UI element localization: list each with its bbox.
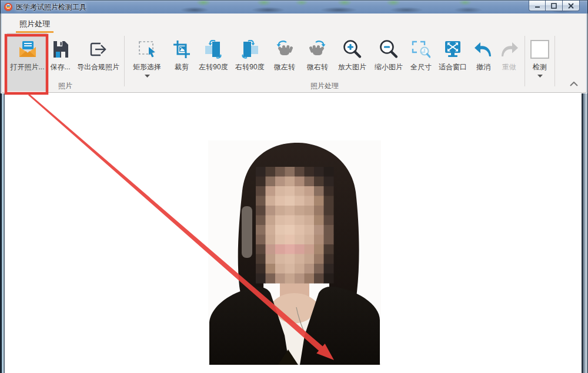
window-title: 医学考试照片检测工具 bbox=[16, 2, 86, 12]
window-frame-right bbox=[581, 93, 587, 373]
button-label: 裁剪 bbox=[175, 62, 189, 72]
app-icon bbox=[4, 3, 12, 11]
undo-button[interactable]: 撤消 bbox=[470, 34, 496, 80]
export-icon bbox=[89, 38, 108, 61]
button-label: 导出合规照片 bbox=[77, 62, 119, 72]
close-button[interactable] bbox=[563, 1, 580, 11]
ribbon-separator bbox=[524, 36, 525, 86]
open-photo-button[interactable]: 打开照片... bbox=[8, 34, 47, 80]
nudge-rotate-right-button[interactable]: 微右转 bbox=[301, 34, 334, 80]
full-size-button[interactable]: 全尺寸 bbox=[407, 34, 435, 80]
group-label-detect bbox=[526, 80, 553, 92]
button-label: 右转90度 bbox=[235, 62, 264, 72]
dropdown-arrow-icon bbox=[145, 75, 150, 78]
rotate-left-90-button[interactable]: 左转90度 bbox=[195, 34, 232, 80]
rect-select-button[interactable]: 矩形选择 bbox=[126, 34, 168, 80]
nudge-rotate-right-icon bbox=[308, 38, 327, 61]
close-icon bbox=[568, 3, 574, 9]
dropdown-arrow-icon bbox=[537, 75, 543, 78]
app-window: 医学考试照片检测工具 照片处理 bbox=[0, 0, 588, 373]
button-label: 撤消 bbox=[476, 62, 490, 72]
button-label: 打开照片... bbox=[10, 62, 44, 72]
group-label-photo-processing: 照片处理 bbox=[126, 80, 523, 92]
ribbon-separator bbox=[124, 36, 125, 86]
detect-button[interactable]: 检测 bbox=[526, 34, 553, 80]
collapse-ribbon-button[interactable] bbox=[570, 78, 578, 89]
ribbon-separator bbox=[554, 36, 555, 86]
export-compliant-photo-button[interactable]: 导出合规照片 bbox=[74, 34, 123, 80]
crop-icon bbox=[173, 38, 191, 61]
button-label: 重做 bbox=[502, 62, 516, 72]
nudge-rotate-left-icon bbox=[275, 38, 294, 61]
ribbon-group-detect: 检测 bbox=[526, 34, 553, 92]
zoom-out-icon bbox=[379, 38, 399, 61]
ribbon-group-photo-processing: 矩形选择 裁剪 bbox=[126, 34, 523, 92]
button-label: 适合窗口 bbox=[439, 62, 467, 72]
tab-label: 照片处理 bbox=[19, 19, 50, 28]
save-button[interactable]: 保存... bbox=[47, 34, 74, 80]
button-label: 检测 bbox=[533, 62, 547, 72]
ribbon-content: 打开照片... 保存... bbox=[2, 33, 586, 92]
rotate-right-90-button[interactable]: 右转90度 bbox=[232, 34, 268, 80]
window-frame-left bbox=[1, 93, 5, 373]
full-size-icon bbox=[412, 38, 430, 61]
button-label: 保存... bbox=[50, 62, 70, 72]
ribbon: 照片处理 bbox=[1, 14, 587, 93]
window-controls bbox=[529, 1, 580, 11]
button-label: 微左转 bbox=[274, 62, 295, 72]
rotate-left-90-icon bbox=[203, 38, 223, 61]
maximize-icon bbox=[551, 3, 557, 9]
rotate-right-90-icon bbox=[240, 38, 260, 61]
button-label: 矩形选择 bbox=[133, 62, 161, 72]
redo-button[interactable]: 重做 bbox=[496, 34, 522, 80]
save-icon bbox=[52, 38, 69, 61]
minimize-button[interactable] bbox=[529, 1, 546, 11]
ribbon-tab-row: 照片处理 bbox=[2, 14, 586, 33]
button-label: 微右转 bbox=[307, 62, 328, 72]
zoom-out-picture-button[interactable]: 缩小图片 bbox=[370, 34, 407, 80]
rect-select-icon bbox=[137, 38, 157, 61]
crop-button[interactable]: 裁剪 bbox=[168, 34, 195, 80]
minimize-icon bbox=[534, 3, 540, 8]
detect-icon bbox=[530, 38, 550, 61]
button-label: 全尺寸 bbox=[410, 62, 432, 72]
portrait-photo bbox=[208, 140, 381, 365]
button-label: 放大图片 bbox=[338, 62, 366, 72]
nudge-rotate-left-button[interactable]: 微左转 bbox=[268, 34, 301, 80]
collapse-ribbon-chevron-icon bbox=[570, 82, 578, 86]
open-photo-icon bbox=[18, 38, 38, 61]
redo-icon bbox=[500, 38, 519, 61]
zoom-in-picture-button[interactable]: 放大图片 bbox=[334, 34, 370, 80]
titlebar: 医学考试照片检测工具 bbox=[1, 1, 587, 14]
tab-photo-processing[interactable]: 照片处理 bbox=[12, 17, 57, 33]
fit-window-button[interactable]: 适合窗口 bbox=[435, 34, 470, 80]
zoom-in-icon bbox=[342, 38, 362, 61]
maximize-button[interactable] bbox=[546, 1, 563, 11]
button-label: 左转90度 bbox=[199, 62, 228, 72]
undo-icon bbox=[474, 38, 493, 61]
fit-window-icon bbox=[443, 38, 463, 61]
button-label: 缩小图片 bbox=[375, 62, 403, 72]
photo-canvas[interactable] bbox=[5, 93, 581, 373]
